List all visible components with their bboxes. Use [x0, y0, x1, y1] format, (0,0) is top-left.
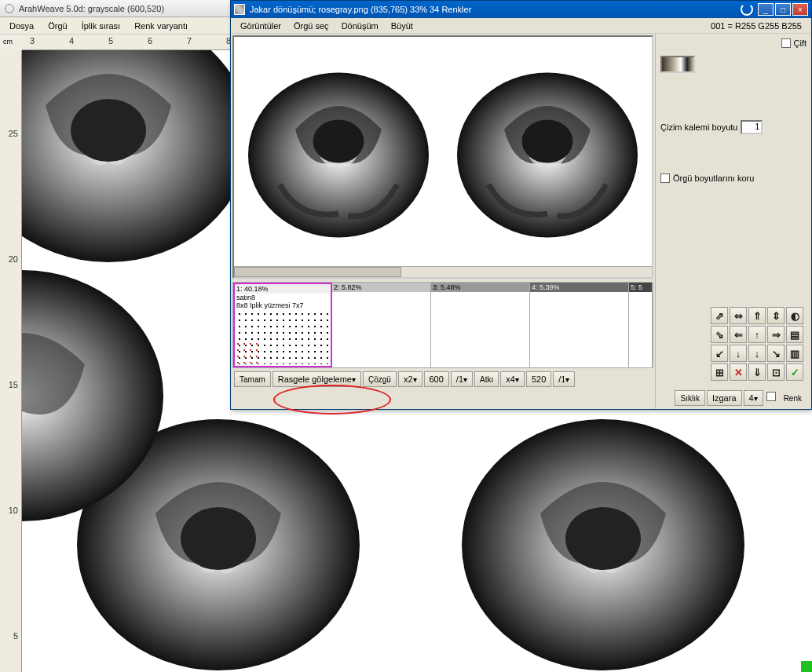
- transform-icon-grid: ⇗ ⇔ ⇑ ⇕ ◐ ⇘ ⇐ ↑ ⇒ ▤ ↙ ↓ ↓ ↘ ▥ ⊞ ✕ ⇓ ⊡ ✓: [711, 307, 803, 381]
- preview-rose: [240, 47, 437, 267]
- keep-label: Örgü boyutlarını koru: [673, 173, 754, 183]
- arrow-dr-icon[interactable]: ↘: [767, 345, 785, 362]
- arrow-down2-icon[interactable]: ↓: [748, 345, 766, 362]
- bottom-right-toolbar: Sıklık Izgara 4 ▾ Renk: [675, 390, 807, 406]
- double-down-icon[interactable]: ⇓: [748, 363, 766, 381]
- main-title: ArahWeave 5.0d: grayscale (600,520): [19, 4, 164, 13]
- weft-count[interactable]: 520: [526, 371, 551, 387]
- keep-checkbox[interactable]: [660, 173, 670, 183]
- cift-label: Çift: [794, 38, 807, 48]
- pen-size-input[interactable]: 1: [741, 120, 763, 134]
- grid-icon[interactable]: ⊞: [711, 363, 728, 381]
- weave-cell-4[interactable]: 4: 5.39%: [530, 283, 629, 367]
- menu-donusum[interactable]: Dönüşüm: [335, 20, 385, 32]
- ok-button[interactable]: Tamam: [234, 371, 271, 387]
- dialog-title: Jakar dönüşümü; rosegray.png (835,765) 3…: [250, 5, 736, 14]
- double-up-icon[interactable]: ⇑: [748, 307, 766, 324]
- weave-cell-3[interactable]: 3: 5.48%: [431, 283, 530, 367]
- color-label: Renk: [779, 390, 807, 406]
- app-icon: [5, 4, 14, 13]
- dialog-icon: [234, 4, 245, 15]
- svg-point-10: [313, 120, 364, 163]
- svg-point-1: [71, 99, 146, 162]
- rose-tile: [422, 388, 784, 672]
- palette-swatch[interactable]: [660, 56, 695, 73]
- rose-tile: [22, 239, 203, 553]
- flip-v-icon[interactable]: ⇕: [767, 307, 785, 324]
- minimize-button[interactable]: _: [758, 3, 774, 16]
- warp-div[interactable]: /1 ▾: [451, 371, 473, 387]
- weave-info: 8x8 İplik yüzmesi 7x7: [235, 301, 331, 309]
- weave-pattern: [236, 311, 329, 364]
- menu-iplik[interactable]: İplik sırası: [75, 20, 127, 32]
- step-up-icon[interactable]: ⇗: [711, 307, 728, 324]
- double-left-icon[interactable]: ⇐: [730, 326, 747, 343]
- density-button[interactable]: Sıklık: [675, 390, 704, 406]
- cift-checkbox[interactable]: [781, 38, 791, 48]
- warp-count[interactable]: 600: [424, 371, 449, 387]
- preview-rose: [449, 47, 646, 267]
- dialog-right-panel: Çift Çizim kalemi boyutu 1 Örgü boyutlar…: [655, 34, 811, 409]
- rows-icon[interactable]: ▤: [786, 326, 803, 343]
- svg-point-7: [565, 507, 641, 570]
- delete-icon[interactable]: ✕: [730, 363, 747, 381]
- color-checkbox[interactable]: [766, 392, 776, 401]
- arrow-up-icon[interactable]: ↑: [748, 326, 766, 343]
- menu-orgu[interactable]: Örgü: [42, 20, 73, 32]
- step-down-icon[interactable]: ⇘: [711, 326, 728, 343]
- apply-icon[interactable]: ✓: [786, 363, 803, 381]
- preview-scrollbar[interactable]: [234, 266, 652, 277]
- arrow-dl-icon[interactable]: ↙: [711, 345, 728, 362]
- warp-button[interactable]: Çözgü: [363, 371, 397, 387]
- menu-buyut[interactable]: Büyüt: [385, 20, 419, 32]
- dialog-menubar: Görüntüler Örgü seç Dönüşüm Büyüt 001 = …: [231, 18, 811, 34]
- shading-dropdown[interactable]: Rasgele gölgeleme ▾: [272, 371, 361, 387]
- ruler-unit: cm: [3, 38, 13, 46]
- dialog-toolbar: Tamam Rasgele gölgeleme ▾ Çözgü x2 ▾ 600…: [231, 370, 655, 389]
- x4-dropdown[interactable]: x4 ▾: [500, 371, 525, 387]
- weave-pct: 1: 40.18%: [235, 284, 331, 294]
- weave-name: satin8: [235, 294, 331, 301]
- weave-cell-1[interactable]: 1: 40.18% satin8 8x8 İplik yüzmesi 7x7: [233, 283, 332, 367]
- flip-h-icon[interactable]: ⇔: [730, 307, 747, 324]
- close-button[interactable]: ×: [792, 3, 808, 16]
- preview-area[interactable]: [232, 35, 653, 279]
- contrast-icon[interactable]: ◐: [786, 307, 803, 324]
- double-right-icon[interactable]: ⇒: [767, 326, 785, 343]
- dialog-titlebar[interactable]: Jakar dönüşümü; rosegray.png (835,765) 3…: [231, 1, 811, 18]
- grid-size[interactable]: 4 ▾: [744, 390, 763, 406]
- weft-div[interactable]: /1 ▾: [553, 371, 575, 387]
- pen-size-label: Çizim kalemi boyutu: [660, 122, 737, 132]
- menu-renk[interactable]: Renk varyantı: [128, 20, 194, 32]
- menu-goruntuler[interactable]: Görüntüler: [234, 20, 287, 32]
- svg-point-12: [522, 120, 573, 163]
- maximize-button[interactable]: □: [775, 3, 791, 16]
- cols-icon[interactable]: ▥: [786, 345, 803, 362]
- menu-dosya[interactable]: Dosya: [3, 20, 40, 32]
- center-icon[interactable]: ⊡: [767, 363, 785, 381]
- menu-orgu-sec[interactable]: Örgü seç: [287, 20, 335, 32]
- weft-button[interactable]: Atkı: [474, 371, 499, 387]
- resize-grip[interactable]: [801, 661, 812, 672]
- scroll-thumb[interactable]: [234, 267, 401, 277]
- weave-cell-5[interactable]: 5: 5: [629, 283, 653, 367]
- grid-button[interactable]: Izgara: [707, 390, 742, 406]
- arrow-down-icon[interactable]: ↓: [730, 345, 747, 362]
- weave-row: 1: 40.18% satin8 8x8 İplik yüzmesi 7x7 2…: [232, 282, 653, 368]
- ruler-left: 25 20 15 10 5: [0, 50, 22, 672]
- weave-cell-2[interactable]: 2: 5.82%: [332, 283, 431, 367]
- window-controls: _ □ ×: [758, 3, 808, 16]
- color-status: 001 = R255 G255 B255: [711, 21, 808, 31]
- swirl-icon: [741, 3, 753, 16]
- x2-dropdown[interactable]: x2 ▾: [398, 371, 422, 387]
- jacquard-dialog: Jakar dönüşümü; rosegray.png (835,765) 3…: [230, 0, 812, 410]
